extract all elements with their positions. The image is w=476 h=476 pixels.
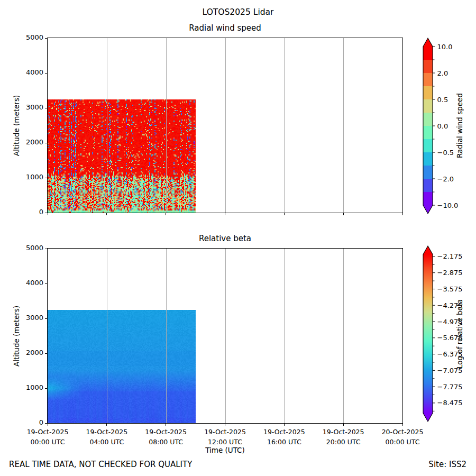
wind-speed-plot-area	[47, 38, 403, 213]
x-tick-mark	[48, 213, 48, 215]
x-tick-mark	[284, 424, 285, 426]
y-tick-mark	[45, 249, 47, 249]
beta-panel-title: Relative beta	[48, 234, 402, 243]
time-gridline	[166, 38, 167, 213]
colorbar-tick-label: −2.0	[437, 175, 454, 183]
y-tick-mark	[45, 318, 47, 319]
y-tick-label: 0	[18, 208, 43, 216]
x-tick-label: 20-Oct-2025 00:00 UTC	[368, 427, 437, 447]
time-gridline	[225, 249, 226, 423]
x-tick-label: 19-Oct-2025 12:00 UTC	[191, 427, 260, 447]
y-tick-mark	[45, 213, 47, 213]
y-tick-mark	[45, 73, 47, 74]
time-gridline	[343, 38, 344, 213]
quality-warning-text: REAL TIME DATA, NOT CHECKED FOR QUALITY	[9, 460, 192, 469]
y-tick-mark	[45, 388, 47, 389]
y-tick-label: 1000	[18, 383, 43, 391]
colorbar-tick-label: 2.0	[437, 69, 448, 77]
time-gridline	[107, 38, 107, 213]
y-tick-label: 3000	[18, 103, 43, 111]
x-tick-mark	[106, 424, 107, 426]
x-tick-mark	[343, 213, 344, 215]
x-tick-mark	[402, 213, 403, 215]
beta-y-axis-label: Altitude (meters)	[11, 249, 22, 423]
y-tick-label: 1000	[18, 173, 43, 181]
x-tick-label: 19-Oct-2025 08:00 UTC	[132, 427, 200, 447]
lidar-quicklook-figure: LOTOS2025 Lidar Radial wind speed Altitu…	[0, 0, 476, 476]
time-gridline	[284, 249, 285, 423]
y-tick-label: 2000	[18, 138, 43, 146]
beta-colorbar-label: Log of relative beta	[454, 254, 465, 413]
x-tick-mark	[343, 424, 344, 426]
x-tick-mark	[402, 424, 403, 426]
x-tick-mark	[166, 213, 166, 215]
y-tick-mark	[45, 38, 47, 39]
colorbar-tick-label: 0.0	[437, 122, 448, 130]
y-tick-label: 5000	[18, 33, 43, 41]
time-gridline	[343, 249, 344, 423]
y-tick-mark	[45, 108, 47, 108]
wind-y-axis-label: Altitude (meters)	[11, 38, 22, 213]
x-tick-mark	[284, 213, 285, 215]
x-tick-mark	[225, 213, 225, 215]
y-tick-label: 3000	[18, 314, 43, 322]
x-tick-label: 19-Oct-2025 16:00 UTC	[250, 427, 318, 447]
y-tick-label: 5000	[18, 244, 43, 252]
site-label: Site: ISS2	[428, 460, 466, 469]
beta-plot-area	[47, 248, 403, 424]
time-gridline	[107, 249, 107, 423]
x-tick-mark	[48, 424, 48, 426]
time-gridline	[284, 38, 285, 213]
colorbar-tick-label: 10.0	[437, 43, 453, 51]
time-gridline	[225, 38, 226, 213]
y-tick-label: 2000	[18, 349, 43, 356]
x-tick-mark	[166, 424, 166, 426]
y-tick-mark	[45, 423, 47, 424]
y-tick-label: 4000	[18, 279, 43, 287]
colorbar-tick-label: 0.5	[437, 96, 448, 104]
wind-colorbar-label: Radial wind speed	[454, 47, 465, 205]
x-tick-mark	[225, 424, 225, 426]
figure-title: LOTOS2025 Lidar	[0, 7, 476, 17]
y-tick-mark	[45, 353, 47, 354]
y-tick-mark	[45, 283, 47, 284]
y-tick-mark	[45, 143, 47, 143]
y-tick-mark	[45, 178, 47, 178]
x-tick-label: 19-Oct-2025 00:00 UTC	[13, 427, 82, 447]
x-tick-label: 19-Oct-2025 04:00 UTC	[72, 427, 141, 447]
colorbar-tick-label: −0.5	[437, 149, 454, 157]
time-gridline	[166, 249, 167, 423]
y-tick-label: 4000	[18, 68, 43, 76]
x-tick-mark	[106, 213, 107, 215]
x-tick-label: 19-Oct-2025 20:00 UTC	[309, 427, 378, 447]
wind-panel-title: Radial wind speed	[48, 23, 402, 33]
y-tick-label: 0	[18, 418, 43, 426]
